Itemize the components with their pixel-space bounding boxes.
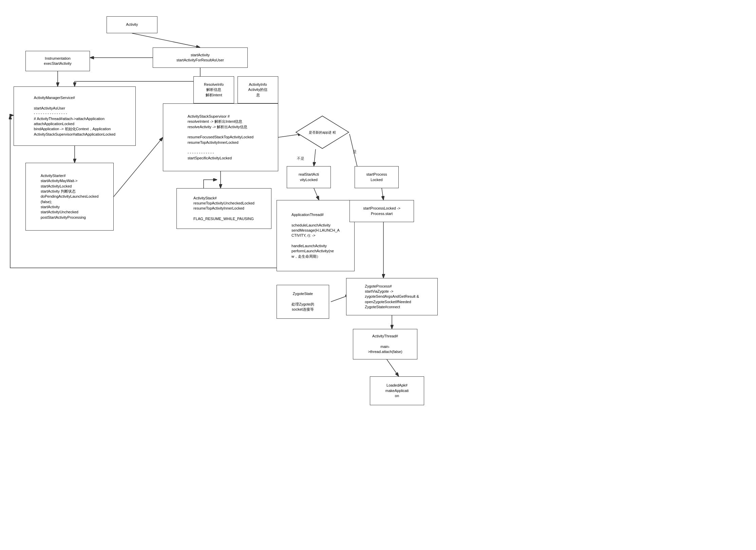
activity-manager-service-box: ActivityManagerService# startActivityAsU… [14, 86, 136, 146]
start-process-locked-label: startProcess Locked [366, 172, 387, 182]
svg-line-11 [314, 188, 319, 200]
activity-box: Activity [107, 16, 157, 33]
svg-line-12 [382, 188, 383, 200]
resolve-info-label: ResolveInfo 解析信息 解析intent [204, 82, 224, 98]
start-activity-label: startActivity startActivityForResultAsUs… [176, 53, 224, 63]
activity-thread-box: ActivityThread# main- >thread.attach(fal… [353, 329, 417, 359]
activity-stack-box: ActivityStack# resumeTopActivityUnchecke… [176, 188, 271, 229]
activity-stack-label: ActivityStack# resumeTopActivityUnchecke… [193, 196, 254, 222]
application-thread-box: ApplicationThread# scheduleLaunchActivit… [277, 200, 355, 271]
ams-label: ActivityManagerService# startActivityAsU… [34, 95, 115, 137]
activity-label: Activity [126, 22, 138, 27]
diamond-app-process: 是否新的app进 程 [295, 115, 349, 149]
start-process-locked-box: startProcess Locked [355, 166, 399, 188]
svg-line-9 [314, 149, 316, 166]
resolve-info-box: ResolveInfo 解析信息 解析intent [193, 76, 234, 103]
activity-starter-label: ActivityStarter# startActivityMayWait-> … [41, 173, 99, 220]
diamond-label: 是否新的app进 程 [295, 115, 349, 149]
activity-info-box: ActivityInfo Activity的信 息 [238, 76, 278, 103]
zygote-process-box: ZygoteProcess# startViaZygote -> zygoteS… [346, 278, 438, 315]
loaded-apk-label: LoadedApk# makeApplicati on [385, 383, 409, 398]
zygote-state-label: ZygoteState 处理Zygote的 socket连接等 [291, 291, 314, 312]
loaded-apk-box: LoadedApk# makeApplicati on [370, 376, 424, 405]
start-process-locked-process-box: startProcessLocked -> Process.start [349, 200, 414, 222]
spl-process-label: startProcessLocked -> Process.start [363, 206, 400, 216]
ass-label: ActivityStackSupervisor # resolveIntent … [188, 114, 253, 161]
svg-line-16 [387, 359, 399, 376]
instrumentation-label: Instrumentation execStartActivity [44, 56, 71, 66]
activity-thread-label: ActivityThread# main- >thread.attach(fal… [368, 334, 402, 355]
real-start-activity-box: realStartActi vityLocked [287, 166, 331, 188]
diagram-container: Activity startActivity startActivityForR… [0, 0, 756, 550]
instrumentation-box: Instrumentation execStartActivity [25, 51, 90, 71]
zygote-state-box: ZygoteState 处理Zygote的 socket连接等 [277, 285, 329, 319]
label-yes: 是 [353, 149, 357, 154]
application-thread-label: ApplicationThread# scheduleLaunchActivit… [291, 212, 340, 259]
arrows-svg [0, 0, 756, 550]
activity-info-label: ActivityInfo Activity的信 息 [248, 82, 268, 98]
activity-starter-box: ActivityStarter# startActivityMayWait-> … [25, 163, 114, 231]
svg-line-5 [114, 137, 163, 197]
svg-line-1 [132, 33, 200, 47]
zygote-process-label: ZygoteProcess# startViaZygote -> zygoteS… [365, 284, 419, 310]
label-no: 不是 [297, 156, 304, 161]
activity-stack-supervisor-box: ActivityStackSupervisor # resolveIntent … [163, 103, 278, 171]
start-activity-box: startActivity startActivityForResultAsUs… [153, 47, 248, 68]
real-start-label: realStartActi vityLocked [299, 172, 319, 182]
